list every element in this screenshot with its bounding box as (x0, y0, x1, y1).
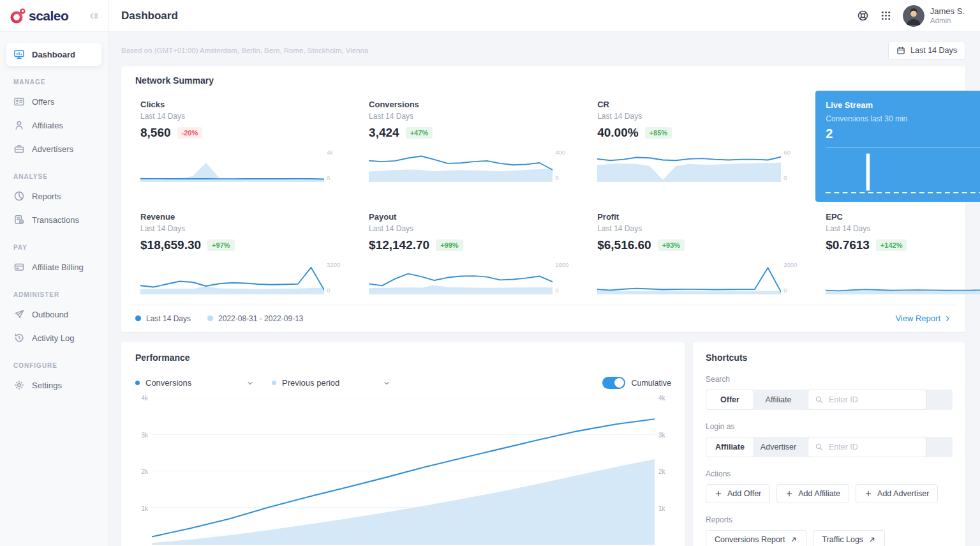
help-lifebuoy-icon[interactable] (857, 10, 869, 22)
epc-sparkline-chart (826, 261, 980, 294)
chevron-down-icon (383, 379, 390, 387)
live-stream-subtitle: Conversions last 30 min (826, 114, 980, 123)
sidebar-item-activity-log[interactable]: Activity Log (6, 326, 101, 349)
compare-select-value: Previous period (282, 378, 339, 388)
sidebar-nav: Dashboard MANAGE Offers Affiliates (0, 32, 108, 546)
axis-max-label: 3200 (327, 261, 342, 268)
cumulative-toggle[interactable] (602, 377, 625, 389)
sidebar-item-settings[interactable]: Settings (6, 374, 101, 397)
user-menu[interactable]: James S. Admin (903, 5, 965, 27)
sidebar-section-pay: PAY (13, 244, 94, 251)
login-as-segmented-control: Affiliate Advertiser (706, 437, 953, 457)
metric-period: Last 14 Days (140, 224, 342, 233)
chevron-down-icon (246, 379, 254, 387)
compare-select[interactable]: Previous period (272, 378, 390, 388)
axis-max-label: 2000 (783, 261, 799, 268)
user-role: Admin (930, 16, 965, 25)
apps-grid-icon[interactable] (880, 10, 891, 21)
sidebar-section-manage: MANAGE (13, 79, 94, 86)
sidebar-item-dashboard[interactable]: Dashboard (6, 43, 101, 66)
offers-icon (13, 96, 25, 107)
legend-current-period: Last 14 Days (135, 314, 191, 323)
metric-card-profit[interactable]: Profit Last 14 Days $6,516.60 +93% 20000 (587, 203, 809, 300)
metric-card-cr[interactable]: CR Last 14 Days 40.00% +85% 600 (587, 91, 809, 202)
transactions-icon (13, 214, 25, 225)
metric-delta-badge: +93% (658, 239, 685, 251)
metric-period: Last 14 Days (369, 224, 570, 233)
y-axis-left: 4k 3k 2k 1k (135, 398, 152, 545)
metric-value: $18,659.30 (140, 238, 201, 252)
external-link-icon (790, 536, 798, 543)
login-tab-affiliate[interactable]: Affiliate (706, 437, 754, 457)
view-report-link[interactable]: View Report (895, 314, 951, 323)
performance-line-chart[interactable] (152, 398, 655, 545)
metric-card-conversions[interactable]: Conversions Last 14 Days 3,424 +47% 4000 (359, 91, 581, 202)
metric-card-revenue[interactable]: Revenue Last 14 Days $18,659.30 +97% 320… (130, 203, 352, 300)
metric-delta-badge: +99% (436, 239, 463, 251)
sidebar-section-analyse: ANALYSE (13, 173, 94, 180)
login-as-label: Login as (706, 422, 953, 431)
shortcuts-card: Shortcuts Search Offer Affiliate Login a… (693, 342, 965, 546)
metric-grid: Clicks Last 14 Days 8,560 -20% 4k0 Conve… (130, 91, 956, 300)
metric-value: $0.7613 (826, 238, 870, 252)
reports-label: Reports (706, 515, 953, 524)
payout-sparkline-chart (369, 261, 553, 294)
search-tab-offer[interactable]: Offer (706, 390, 754, 410)
sidebar-item-label: Affiliate Billing (32, 262, 84, 272)
actions-buttons: Add Offer Add Affiliate Add Advertiser (706, 484, 953, 503)
sidebar-item-outbound[interactable]: Outbound (6, 303, 101, 326)
conversions-sparkline-chart (369, 149, 553, 182)
metric-card-payout[interactable]: Payout Last 14 Days $12,142.70 +99% 1600… (359, 203, 581, 300)
sidebar-item-advertisers[interactable]: Advertisers (6, 137, 101, 160)
search-label: Search (706, 375, 953, 384)
metric-period: Last 14 Days (826, 224, 980, 233)
sidebar-section-configure: CONFIGURE (13, 362, 94, 369)
sidebar-collapse-icon[interactable] (88, 10, 100, 22)
toolbar-row: Based on (GMT+01:00) Amsterdam, Berlin, … (121, 38, 965, 63)
login-id-field (808, 437, 926, 457)
brand-logo-icon (10, 8, 26, 24)
metric-title: EPC (826, 212, 980, 222)
sidebar-header: scaleo (0, 0, 108, 32)
metric-period: Last 14 Days (597, 112, 799, 121)
login-tab-advertiser[interactable]: Advertiser (754, 437, 803, 457)
metric-title: Conversions (369, 100, 570, 109)
brand-name: scaleo (29, 8, 68, 24)
cumulative-label: Cumulative (631, 379, 671, 388)
traffic-logs-button[interactable]: Traffic Logs (813, 530, 885, 546)
sidebar-item-transactions[interactable]: Transactions (6, 208, 101, 231)
search-icon (815, 395, 824, 404)
date-range-button[interactable]: Last 14 Days (888, 41, 965, 60)
sidebar-item-reports[interactable]: Reports (6, 185, 101, 208)
metric-select[interactable]: Conversions (135, 378, 254, 388)
metric-period: Last 14 Days (597, 224, 799, 233)
performance-title: Performance (135, 353, 671, 363)
metric-card-clicks[interactable]: Clicks Last 14 Days 8,560 -20% 4k0 (130, 91, 352, 202)
page-title: Dashboard (121, 10, 178, 22)
add-affiliate-button[interactable]: Add Affiliate (776, 484, 849, 503)
axis-max-label: 400 (555, 149, 570, 156)
brand-logo[interactable]: scaleo (10, 8, 68, 24)
live-stream-title: Live Stream (826, 100, 980, 110)
live-stream-card[interactable]: Live Stream Conversions last 30 min 2 (815, 91, 980, 202)
compare-dot (272, 381, 276, 385)
metric-title: Profit (597, 212, 799, 222)
search-tab-affiliate[interactable]: Affiliate (754, 390, 803, 409)
search-id-input[interactable] (829, 395, 919, 404)
sidebar-item-affiliates[interactable]: Affiliates (6, 114, 101, 137)
login-id-input[interactable] (829, 443, 919, 451)
axis-min-label: 0 (555, 287, 570, 294)
search-id-field (808, 390, 926, 410)
sidebar-item-offers[interactable]: Offers (6, 90, 101, 113)
add-advertiser-button[interactable]: Add Advertiser (856, 484, 938, 503)
live-stream-value: 2 (826, 126, 980, 141)
conversions-report-button[interactable]: Conversions Report (706, 530, 806, 546)
user-name: James S. (930, 6, 965, 16)
timezone-note: Based on (GMT+01:00) Amsterdam, Berlin, … (121, 47, 368, 54)
metric-card-epc[interactable]: EPC Last 14 Days $0.7613 +142% 3.20 (815, 203, 980, 300)
axis-max-label: 1600 (555, 261, 570, 268)
y-axis-right: 4k 3k 2k 1k (655, 398, 671, 545)
search-icon (815, 443, 824, 451)
add-offer-button[interactable]: Add Offer (706, 484, 770, 503)
sidebar-item-affiliate-billing[interactable]: Affiliate Billing (6, 255, 101, 278)
